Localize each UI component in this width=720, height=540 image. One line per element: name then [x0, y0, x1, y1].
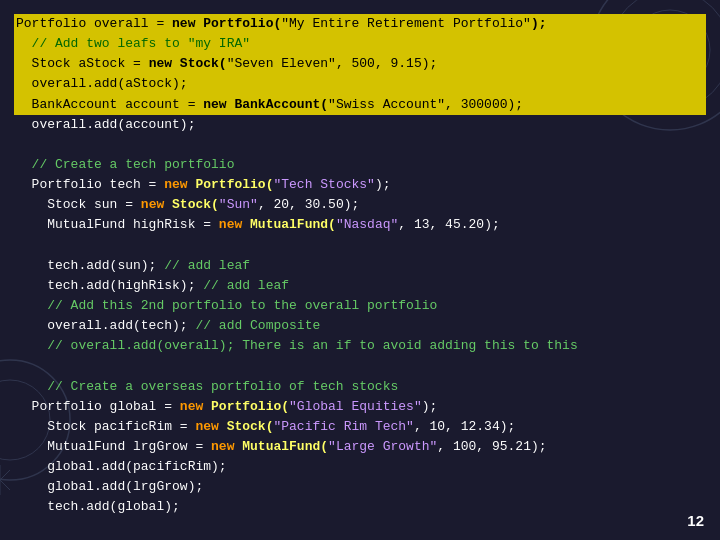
code-block: Portfolio overall = new Portfolio("My En…: [14, 10, 706, 522]
slide: Portfolio overall = new Portfolio("My En…: [0, 0, 720, 540]
code-line-3: Stock aStock = new Stock("Seven Eleven",…: [14, 54, 706, 74]
code-line-15: // Add this 2nd portfolio to the overall…: [14, 296, 706, 316]
code-line-6: overall.add(account);: [14, 115, 706, 135]
code-line-24: global.add(lrgGrow);: [14, 477, 706, 497]
code-line-17: // overall.add(overall); There is an if …: [14, 336, 706, 356]
code-line-13: tech.add(sun); // add leaf: [14, 256, 706, 276]
code-line-8: // Create a tech portfolio: [14, 155, 706, 175]
code-line-10: Stock sun = new Stock("Sun", 20, 30.50);: [14, 195, 706, 215]
code-line-16: overall.add(tech); // add Composite: [14, 316, 706, 336]
code-line-2: // Add two leafs to "my IRA": [14, 34, 706, 54]
code-line-blank2: [14, 236, 706, 256]
code-line-11: MutualFund highRisk = new MutualFund("Na…: [14, 215, 706, 235]
code-line-1: Portfolio overall = new Portfolio("My En…: [14, 14, 706, 34]
code-line-23: global.add(pacificRim);: [14, 457, 706, 477]
code-line-blank1: [14, 135, 706, 155]
code-line-blank3: [14, 356, 706, 376]
code-line-21: Stock pacificRim = new Stock("Pacific Ri…: [14, 417, 706, 437]
code-line-19: // Create a overseas portfolio of tech s…: [14, 377, 706, 397]
code-line-25: tech.add(global);: [14, 497, 706, 517]
code-line-22: MutualFund lrgGrow = new MutualFund("Lar…: [14, 437, 706, 457]
page-number: 12: [687, 509, 704, 532]
code-line-9: Portfolio tech = new Portfolio("Tech Sto…: [14, 175, 706, 195]
code-line-4: overall.add(aStock);: [14, 74, 706, 94]
code-line-20: Portfolio global = new Portfolio("Global…: [14, 397, 706, 417]
code-line-5: BankAccount account = new BankAccount("S…: [14, 95, 706, 115]
code-line-14: tech.add(highRisk); // add leaf: [14, 276, 706, 296]
